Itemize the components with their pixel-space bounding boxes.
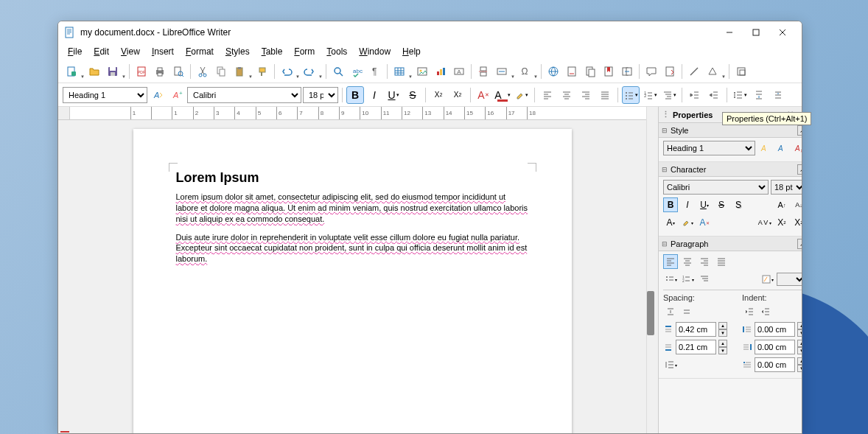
document-scroll[interactable]: Lorem Ipsum Lorem ipsum dolor sit amet, …	[58, 120, 646, 433]
open-button[interactable]	[85, 63, 103, 80]
style-section-header[interactable]: ⊟Style↗	[659, 123, 802, 138]
p-indent-inc[interactable]	[742, 304, 757, 319]
line-button[interactable]	[685, 63, 703, 80]
menu-format[interactable]: Format	[181, 45, 219, 58]
bullet-list-button[interactable]: ▾	[622, 86, 640, 104]
strikethrough-button[interactable]: S	[404, 86, 421, 104]
page-break-button[interactable]	[475, 63, 492, 80]
line-spacing-button[interactable]: ▾	[731, 86, 749, 104]
update-style-icon[interactable]: A	[757, 141, 772, 155]
highlight-button[interactable]: ▾	[513, 86, 531, 104]
decrease-para-spacing-button[interactable]	[769, 86, 787, 104]
body-paragraph-2[interactable]: Duis aute irure dolor in reprehenderit i…	[176, 232, 529, 265]
export-pdf-button[interactable]: PDF	[133, 63, 150, 80]
spacing-above-input[interactable]	[676, 322, 716, 337]
menu-form[interactable]: Form	[289, 45, 320, 58]
clone-formatting-button[interactable]	[253, 63, 271, 80]
char-fontcolor-button[interactable]: A▾	[663, 215, 678, 230]
hyperlink-button[interactable]	[545, 63, 562, 80]
char-bold-button[interactable]: B	[663, 197, 678, 212]
char-strike-button[interactable]: S	[714, 197, 729, 212]
align-left-button[interactable]	[539, 86, 556, 104]
find-replace-button[interactable]	[329, 63, 347, 80]
paragraph-style-combo[interactable]: Heading 1	[63, 87, 147, 103]
char-clear-button[interactable]: A✕	[697, 215, 712, 230]
p-bullet[interactable]: ▾	[663, 272, 678, 287]
update-style-button[interactable]: A	[149, 86, 167, 104]
menu-edit[interactable]: Edit	[88, 45, 114, 58]
insert-field-button[interactable]: ▼	[493, 63, 515, 80]
char-shrink-button[interactable]: A↓	[791, 197, 802, 212]
spin-down[interactable]: ▼	[797, 347, 802, 354]
spin-down[interactable]: ▼	[718, 329, 727, 337]
footnote-button[interactable]	[563, 63, 581, 80]
align-right-button[interactable]	[577, 86, 595, 104]
char-font-combo[interactable]: Calibri	[663, 180, 769, 195]
increase-para-spacing-button[interactable]	[750, 86, 768, 104]
special-char-button[interactable]: Ω▼	[516, 63, 538, 80]
decrease-indent-button[interactable]	[705, 86, 723, 104]
char-italic-button[interactable]: I	[680, 197, 695, 212]
copy-button[interactable]	[212, 63, 230, 80]
indent-first-input[interactable]	[755, 357, 795, 372]
cross-reference-button[interactable]	[618, 63, 636, 80]
track-changes-button[interactable]	[661, 63, 679, 80]
p-align-justify[interactable]	[714, 254, 729, 269]
comment-button[interactable]	[643, 63, 660, 80]
increase-indent-button[interactable]	[686, 86, 704, 104]
p-linespacing[interactable]: ▾	[663, 357, 678, 372]
paste-button[interactable]: ▼	[231, 63, 253, 80]
horizontal-ruler[interactable]: 1123456789101112131415161718	[58, 107, 646, 120]
minimize-button[interactable]	[716, 22, 743, 43]
insert-table-button[interactable]: ▼	[391, 63, 413, 80]
more-icon[interactable]: ↗	[797, 164, 802, 175]
save-button[interactable]: ▼	[104, 63, 126, 80]
number-list-button[interactable]: 12▾	[641, 86, 659, 104]
p-space-dec[interactable]	[679, 304, 694, 319]
basic-shapes-button[interactable]: ▼	[704, 63, 726, 80]
menu-window[interactable]: Window	[354, 45, 396, 58]
indent-left-input[interactable]	[755, 322, 795, 337]
endnote-button[interactable]	[581, 63, 599, 80]
p-number[interactable]: 12▾	[680, 272, 695, 287]
p-border-combo[interactable]	[777, 273, 802, 286]
page[interactable]: Lorem Ipsum Lorem ipsum dolor sit amet, …	[133, 129, 572, 433]
cut-button[interactable]	[194, 63, 211, 80]
indent-right-input[interactable]	[755, 340, 795, 354]
new-style-button[interactable]: A+	[168, 86, 186, 104]
menu-file[interactable]: File	[63, 45, 87, 58]
font-color-button[interactable]: A▾	[494, 86, 511, 104]
menu-table[interactable]: Table	[256, 45, 288, 58]
undo-button[interactable]: ▼	[278, 63, 300, 80]
p-align-left[interactable]	[663, 254, 678, 269]
char-shadow-button[interactable]: S	[731, 197, 746, 212]
p-align-right[interactable]	[697, 254, 712, 269]
superscript-button[interactable]: X2	[430, 86, 447, 104]
menu-help[interactable]: Help	[397, 45, 426, 58]
bookmark-button[interactable]	[600, 63, 617, 80]
spin-up[interactable]: ▲	[797, 357, 802, 365]
paragraph-section-header[interactable]: ⊟Paragraph↗	[659, 237, 802, 251]
body-paragraph-1[interactable]: Lorem ipsum dolor sit amet, consectetur …	[176, 192, 529, 225]
spin-up[interactable]: ▲	[797, 340, 802, 347]
p-align-center[interactable]	[680, 254, 695, 269]
font-name-combo[interactable]: Calibri	[187, 87, 301, 103]
close-button[interactable]	[769, 22, 796, 43]
redo-button[interactable]: ▼	[301, 63, 323, 80]
clear-formatting-button[interactable]: A✕	[475, 86, 492, 104]
outline-button[interactable]: ▾	[660, 86, 678, 104]
spin-up[interactable]: ▲	[718, 340, 727, 347]
spin-up[interactable]: ▲	[718, 322, 727, 329]
italic-button[interactable]: I	[365, 86, 383, 104]
maximize-button[interactable]	[743, 22, 769, 43]
font-size-combo[interactable]: 18 pt	[303, 87, 338, 103]
spin-down[interactable]: ▼	[718, 347, 727, 354]
char-spacing-button[interactable]: AV▾	[757, 215, 772, 230]
p-outline[interactable]	[697, 272, 712, 287]
style-combo[interactable]: Heading 1	[663, 141, 755, 155]
insert-chart-button[interactable]	[432, 63, 449, 80]
print-button[interactable]	[151, 63, 169, 80]
clear-style-icon[interactable]: A✕	[791, 141, 802, 155]
menu-styles[interactable]: Styles	[220, 45, 255, 58]
more-icon[interactable]: ↗	[797, 239, 802, 249]
